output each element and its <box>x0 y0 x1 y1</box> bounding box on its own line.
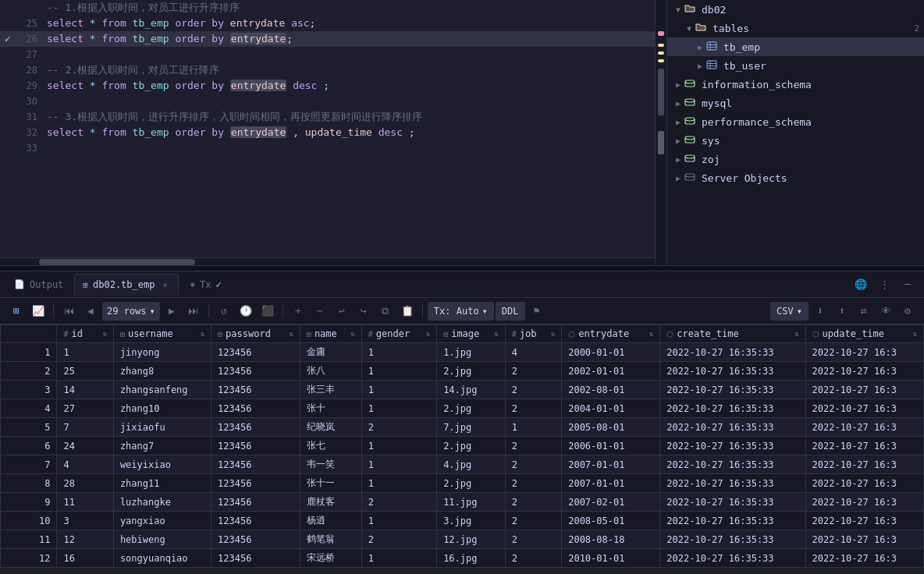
tree-item-tb_user[interactable]: ▶tb_user <box>667 56 924 75</box>
cell-id[interactable]: 4 <box>57 455 113 474</box>
cell-name[interactable]: 鹿杖客 <box>300 493 361 512</box>
tree-item-mysql[interactable]: ▶mysql <box>667 94 924 112</box>
col-header-create_time[interactable]: ⬡create_time⇅ <box>660 325 805 343</box>
rows-selector[interactable]: 29 rows ▾ <box>102 302 160 321</box>
cell-entrydate[interactable]: 2000-01-01 <box>562 343 660 362</box>
cell-job[interactable]: 4 <box>505 343 561 362</box>
cell-job[interactable]: 2 <box>505 474 561 493</box>
cell-id[interactable]: 12 <box>57 530 113 549</box>
cell-update_time[interactable]: 2022-10-27 16:3 <box>805 362 923 381</box>
table-row[interactable]: 1112hebiweng123456鹤笔翁212.jpg22008-08-182… <box>1 530 924 549</box>
cell-entrydate[interactable]: 2007-01-01 <box>562 474 660 493</box>
cell-name[interactable]: 韦一笑 <box>300 455 361 474</box>
cell-image[interactable]: 2.jpg <box>437 362 506 381</box>
tree-item-tables[interactable]: ▼tables2 <box>667 19 924 37</box>
cell-entrydate[interactable]: 2007-02-01 <box>562 493 660 512</box>
cell-username[interactable]: luzhangke <box>113 493 211 512</box>
sort-icon[interactable]: ⇅ <box>426 330 430 338</box>
settings-btn[interactable]: ⚙ <box>897 301 918 321</box>
cell-id[interactable]: 28 <box>57 474 113 493</box>
cell-job[interactable]: 2 <box>505 549 561 568</box>
cell-username[interactable]: zhang8 <box>113 362 211 381</box>
cell-image[interactable]: 2.jpg <box>437 399 506 418</box>
cell-image[interactable]: 2.jpg <box>437 437 506 455</box>
cell-job[interactable]: 2 <box>505 530 561 549</box>
tree-item-zoj[interactable]: ▶zoj <box>667 150 924 168</box>
table-row[interactable]: 1216songyuanqiao123456宋远桥116.jpg22010-01… <box>1 549 924 568</box>
cell-create_time[interactable]: 2022-10-27 16:35:33 <box>660 549 805 568</box>
cell-image[interactable]: 14.jpg <box>437 381 506 399</box>
cell-name[interactable]: 鹤笔翁 <box>300 530 361 549</box>
cell-image[interactable]: 1.jpg <box>437 343 506 362</box>
cell-gender[interactable]: 2 <box>361 493 436 512</box>
cell-update_time[interactable]: 2022-10-27 16:3 <box>805 437 923 455</box>
cell-create_time[interactable]: 2022-10-27 16:35:33 <box>660 437 805 455</box>
cell-gender[interactable]: 1 <box>361 362 436 381</box>
table-row[interactable]: 911luzhangke123456鹿杖客211.jpg22007-02-012… <box>1 493 924 512</box>
sort-icon[interactable]: ⇅ <box>794 330 798 338</box>
cell-name[interactable]: 杨逍 <box>300 512 361 530</box>
csv-selector[interactable]: CSV ▾ <box>770 302 808 321</box>
cell-update_time[interactable]: 2022-10-27 16:3 <box>805 530 923 549</box>
table-row[interactable]: 427zhang10123456张十12.jpg22004-01-012022-… <box>1 399 924 418</box>
cell-job[interactable]: 2 <box>505 512 561 530</box>
table-row[interactable]: 57jixiaofu123456纪晓岚27.jpg12005-08-012022… <box>1 418 924 437</box>
cell-id[interactable]: 3 <box>57 512 113 530</box>
col-header-id[interactable]: #id⇅ <box>57 325 113 343</box>
cell-image[interactable]: 16.jpg <box>437 549 506 568</box>
table-row[interactable]: 828zhang11123456张十一12.jpg22007-01-012022… <box>1 474 924 493</box>
next-page-btn[interactable]: ▶ <box>162 301 182 321</box>
globe-icon[interactable]: 🌐 <box>851 275 871 295</box>
cell-entrydate[interactable]: 2002-08-01 <box>562 381 660 399</box>
cell-update_time[interactable]: 2022-10-27 16:3 <box>805 399 923 418</box>
cell-password[interactable]: 123456 <box>211 362 300 381</box>
cell-password[interactable]: 123456 <box>211 474 300 493</box>
cell-gender[interactable]: 1 <box>361 343 436 362</box>
cell-username[interactable]: zhang11 <box>113 474 211 493</box>
editor-scrollbar[interactable] <box>656 0 666 265</box>
cell-gender[interactable]: 1 <box>361 437 436 455</box>
stop-btn[interactable]: ⬛ <box>258 301 278 321</box>
cell-gender[interactable]: 2 <box>361 418 436 437</box>
cell-username[interactable]: jixiaofu <box>113 418 211 437</box>
cell-create_time[interactable]: 2022-10-27 16:35:33 <box>660 418 805 437</box>
col-header-update_time[interactable]: ⬡update_time⇅ <box>805 325 923 343</box>
compare-btn[interactable]: ⇄ <box>854 301 874 321</box>
tab-db02-tb-emp[interactable]: ⊞db02.tb_emp× <box>74 274 179 296</box>
cell-image[interactable]: 2.jpg <box>437 474 506 493</box>
table-row[interactable]: 74weiyixiao123456韦一笑14.jpg22007-01-01202… <box>1 455 924 474</box>
cell-password[interactable]: 123456 <box>211 530 300 549</box>
cell-entrydate[interactable]: 2008-05-01 <box>562 512 660 530</box>
cell-update_time[interactable]: 2022-10-27 16:3 <box>805 381 923 399</box>
cell-name[interactable]: 张八 <box>300 362 361 381</box>
grid-view-btn[interactable]: ⊞ <box>6 301 27 321</box>
cell-gender[interactable]: 1 <box>361 455 436 474</box>
cell-create_time[interactable]: 2022-10-27 16:35:33 <box>660 399 805 418</box>
cell-password[interactable]: 123456 <box>211 343 300 362</box>
prev-page-btn[interactable]: ◀ <box>80 301 101 321</box>
cell-entrydate[interactable]: 2002-01-01 <box>562 362 660 381</box>
minimize-icon[interactable]: ─ <box>897 275 918 295</box>
cell-create_time[interactable]: 2022-10-27 16:35:33 <box>660 474 805 493</box>
cell-create_time[interactable]: 2022-10-27 16:35:33 <box>660 381 805 399</box>
cell-entrydate[interactable]: 2005-08-01 <box>562 418 660 437</box>
cell-create_time[interactable]: 2022-10-27 16:35:33 <box>660 455 805 474</box>
first-page-btn[interactable]: ⏮ <box>59 301 79 321</box>
tree-item-sys[interactable]: ▶sys <box>667 131 924 150</box>
cell-job[interactable]: 2 <box>505 455 561 474</box>
cell-image[interactable]: 3.jpg <box>437 512 506 530</box>
tree-item-information_schema[interactable]: ▶information_schema <box>667 75 924 94</box>
sort-icon[interactable]: ⇅ <box>649 330 653 338</box>
cell-password[interactable]: 123456 <box>211 549 300 568</box>
cell-gender[interactable]: 1 <box>361 474 436 493</box>
cell-image[interactable]: 11.jpg <box>437 493 506 512</box>
cell-username[interactable]: zhang7 <box>113 437 211 455</box>
flag-btn[interactable]: ⚑ <box>527 301 547 321</box>
cell-create_time[interactable]: 2022-10-27 16:35:33 <box>660 343 805 362</box>
cell-entrydate[interactable]: 2006-01-01 <box>562 437 660 455</box>
cell-image[interactable]: 7.jpg <box>437 418 506 437</box>
cell-update_time[interactable]: 2022-10-27 16:3 <box>805 493 923 512</box>
cell-name[interactable]: 张十一 <box>300 474 361 493</box>
sort-icon[interactable]: ⇅ <box>201 330 204 338</box>
cell-id[interactable]: 24 <box>57 437 113 455</box>
